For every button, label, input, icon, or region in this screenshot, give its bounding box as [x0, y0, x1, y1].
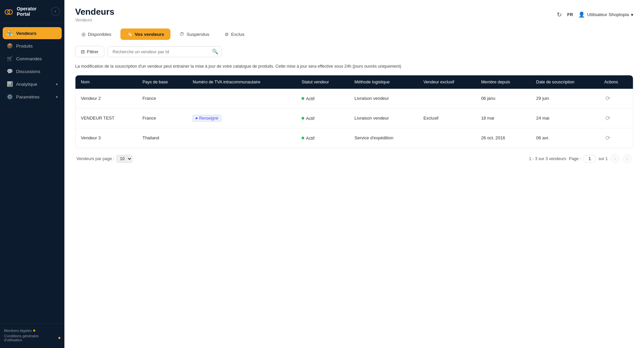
table-row: VENDEUR TESTFranceRenseignéActifLivraiso…	[75, 108, 633, 128]
table-row: Vendeur 2FranceActifLivraison vendeur06 …	[75, 89, 633, 109]
vendeurs-icon: 🏪	[7, 30, 13, 36]
conditions-link[interactable]: Conditions générales d'utilisation	[4, 334, 60, 342]
filter-button[interactable]: ⊟ Filtrer	[75, 46, 104, 57]
sidebar-item-analytique[interactable]: 📊 Analytique ▾	[3, 78, 62, 90]
row-2-exclusif	[418, 128, 476, 148]
analytique-arrow-icon: ▾	[56, 82, 58, 86]
vos-vendeurs-tab-label: Vos vendeurs	[135, 32, 164, 37]
main-area: Vendeurs Vendeurs ↻ FR 👤 Utilisateur Sho…	[64, 0, 644, 348]
table-body: Vendeur 2FranceActifLivraison vendeur06 …	[75, 89, 633, 148]
row-2-pays: Thailand	[137, 128, 187, 148]
conditions-text: Conditions générales d'utilisation	[4, 334, 57, 342]
discussions-icon: 💬	[7, 68, 13, 74]
tab-exclus[interactable]: ⊘ Exclus	[218, 28, 251, 40]
sidebar-item-vendeurs[interactable]: 🏪 Vendeurs	[3, 27, 62, 39]
col-pays: Pays de base	[137, 75, 187, 89]
status-badge: Actif	[302, 96, 314, 101]
row-2-membre: 26 oct. 2016	[476, 128, 531, 148]
sidebar-item-parametres[interactable]: ⚙️ Paramètres ▾	[3, 91, 62, 103]
user-menu[interactable]: 👤 Utilisateur Shoptopia ▾	[578, 11, 633, 18]
parametres-icon: ⚙️	[7, 94, 13, 100]
sidebar-item-commandes[interactable]: 🛒 Commandes	[3, 53, 62, 65]
tab-vos-vendeurs[interactable]: 🏷️ Vos vendeurs	[120, 28, 171, 40]
produits-icon: 📦	[7, 43, 13, 49]
status-dot	[302, 117, 304, 120]
footer-dot-1	[33, 330, 35, 332]
exclus-tab-label: Exclus	[231, 32, 245, 37]
page-total-label: sur 1	[598, 156, 608, 161]
tab-suspendus[interactable]: ⏱ Suspendus	[173, 28, 216, 40]
analytique-icon: 📊	[7, 81, 13, 87]
row-1-membre: 18 mai	[476, 108, 531, 128]
col-statut: Statut vendeur	[296, 75, 349, 89]
table-header: NomPays de baseNuméro de TVA intracommun…	[75, 75, 633, 89]
sidebar-item-produits[interactable]: 📦 Produits	[3, 40, 62, 52]
sidebar-logo: Operator Portal	[5, 6, 51, 17]
table-row: Vendeur 3ThailandActifService d'expéditi…	[75, 128, 633, 148]
page-title-area: Vendeurs Vendeurs	[75, 7, 114, 22]
filter-icon: ⊟	[81, 49, 85, 54]
sidebar-back-button[interactable]: ‹	[51, 7, 60, 16]
row-2-actions: ⟳	[599, 128, 633, 148]
row-1-souscription: 24 mai	[531, 108, 599, 128]
sidebar-item-label-analytique: Analytique	[16, 82, 37, 87]
suspendus-tab-label: Suspendus	[186, 32, 209, 37]
user-name: Utilisateur Shoptopia	[587, 12, 629, 17]
col-membre: Membre depuis	[476, 75, 531, 89]
search-input[interactable]	[108, 46, 222, 57]
vendors-table: NomPays de baseNuméro de TVA intracommun…	[75, 75, 633, 148]
tva-badge: Renseigné	[193, 115, 221, 122]
status-badge: Actif	[302, 136, 314, 141]
row-1-exclusif: Exclusif	[418, 108, 476, 128]
row-1-methode: Livraison vendeur	[349, 108, 418, 128]
tabs-bar: ◎ Disponibles 🏷️ Vos vendeurs ⏱ Suspendu…	[75, 28, 633, 40]
row-0-methode: Livraison vendeur	[349, 89, 418, 109]
parametres-arrow-icon: ▾	[56, 95, 58, 99]
row-2-action-button[interactable]: ⟳	[604, 133, 612, 143]
pagination-summary: 1 - 3 sur 3 vendeurs	[529, 156, 566, 161]
col-souscription: Date de souscription	[531, 75, 599, 89]
mentions-legales-text: Mentions légales	[4, 329, 32, 333]
table-header-row: NomPays de baseNuméro de TVA intracommun…	[75, 75, 633, 89]
pagination-controls: 1 - 3 sur 3 vendeurs Page : sur 1 ‹ ›	[529, 154, 632, 163]
sidebar-nav: 🏪 Vendeurs 📦 Produits 🛒 Commandes 💬 Disc…	[0, 23, 64, 324]
sidebar-item-label-discussions: Discussions	[16, 69, 40, 74]
row-0-actions: ⟳	[599, 89, 633, 109]
notice-text: La modification de la souscription d'un …	[75, 63, 633, 70]
disponibles-tab-icon: ◎	[82, 31, 86, 37]
filter-bar: ⊟ Filtrer 🔍	[75, 46, 633, 57]
status-badge: Actif	[302, 116, 314, 121]
row-0-action-button[interactable]: ⟳	[604, 93, 612, 103]
commandes-icon: 🛒	[7, 56, 13, 62]
row-0-exclusif	[418, 89, 476, 109]
exclus-tab-icon: ⊘	[225, 31, 229, 37]
sidebar-item-label-vendeurs: Vendeurs	[16, 31, 37, 36]
search-wrap: 🔍	[108, 46, 222, 57]
suspendus-tab-icon: ⏱	[179, 31, 184, 37]
per-page-select[interactable]: 10 25 50	[116, 155, 132, 163]
language-selector[interactable]: FR	[567, 12, 573, 17]
vendors-table-wrap: NomPays de baseNuméro de TVA intracommun…	[75, 75, 633, 148]
sidebar-footer: Mentions légales Conditions générales d'…	[0, 324, 64, 348]
next-page-button[interactable]: ›	[623, 154, 632, 163]
row-1-actions: ⟳	[599, 108, 633, 128]
row-2-tva	[187, 128, 296, 148]
col-methode: Méthode logistique	[349, 75, 418, 89]
row-1-statut: Actif	[296, 108, 349, 128]
status-dot	[302, 97, 304, 100]
mentions-legales-link[interactable]: Mentions légales	[4, 329, 60, 333]
prev-page-button[interactable]: ‹	[610, 154, 620, 163]
per-page-label: Vendeurs par page :	[76, 156, 114, 161]
row-0-tva	[187, 89, 296, 109]
refresh-button[interactable]: ↻	[557, 11, 562, 18]
footer-dot-2	[58, 337, 60, 339]
breadcrumb: Vendeurs	[75, 18, 114, 22]
row-1-action-button[interactable]: ⟳	[604, 113, 612, 123]
search-button[interactable]: 🔍	[212, 49, 218, 55]
page-number-input[interactable]	[584, 155, 596, 162]
vos-vendeurs-tab-icon: 🏷️	[127, 31, 132, 37]
tab-disponibles[interactable]: ◎ Disponibles	[75, 28, 118, 40]
row-1-nom: VENDEUR TEST	[75, 108, 137, 128]
sidebar-item-discussions[interactable]: 💬 Discussions	[3, 65, 62, 77]
sidebar-item-label-produits: Produits	[16, 44, 33, 49]
